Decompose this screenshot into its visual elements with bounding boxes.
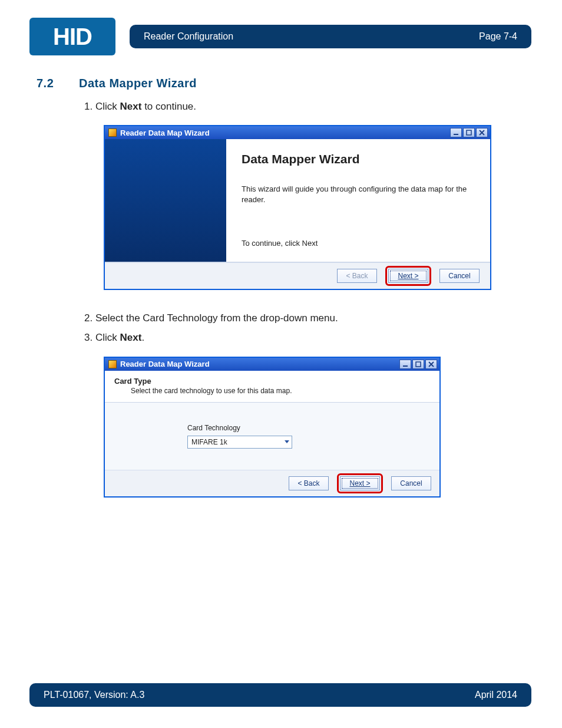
card-technology-label: Card Technology xyxy=(187,424,428,432)
step-1-text-bold: Next xyxy=(120,101,142,112)
wizard1-titlebar: Reader Data Map Wizard xyxy=(105,126,490,139)
maximize-icon[interactable] xyxy=(463,128,475,137)
svg-rect-2 xyxy=(403,365,408,367)
svg-rect-0 xyxy=(454,134,458,135)
wizard1-button-row: < Back Next > Cancel xyxy=(105,262,490,289)
card-technology-dropdown[interactable]: MIFARE 1k xyxy=(187,436,292,449)
page-content: 7.2 Data Mapper Wizard Click Next to con… xyxy=(37,77,525,518)
wizard1-continue-hint: To continue, click Next xyxy=(242,239,477,248)
step-3-text-post: . xyxy=(141,332,144,343)
chevron-down-icon xyxy=(285,440,289,443)
step-1-text-post: to continue. xyxy=(141,101,196,112)
wizard2-next-highlight: Next > xyxy=(337,473,383,493)
minimize-icon[interactable] xyxy=(450,128,462,137)
screenshot-wizard-cardtype: Reader Data Map Wizard Card Type Select … xyxy=(104,357,525,498)
wizard1-back-button: < Back xyxy=(337,269,377,283)
footer-doc-version: PLT-01067, Version: A.3 xyxy=(44,690,144,700)
wizard1-next-highlight: Next > xyxy=(385,266,431,286)
header-title: Reader Configuration xyxy=(144,31,233,42)
minimize-icon[interactable] xyxy=(399,360,411,369)
footer-date: April 2014 xyxy=(475,690,517,700)
wizard1-next-button[interactable]: Next > xyxy=(388,269,428,283)
wizard2-cancel-button[interactable]: Cancel xyxy=(391,476,431,490)
section-title: Data Mapper Wizard xyxy=(79,77,197,90)
page-header: HID Reader Configuration Page 7-4 xyxy=(29,18,531,55)
step-2: Select the Card Technology from the drop… xyxy=(95,310,525,326)
wizard2-window-controls xyxy=(399,360,437,369)
wizard1-side-graphic xyxy=(105,139,226,262)
wizard-window-2: Reader Data Map Wizard Card Type Select … xyxy=(104,357,441,498)
wizard1-window-title: Reader Data Map Wizard xyxy=(120,129,210,137)
wizard-window-1: Reader Data Map Wizard Data Mapper Wizar… xyxy=(104,125,491,290)
wizard2-app-icon xyxy=(108,360,117,368)
step-3-text-pre: Click xyxy=(95,332,120,343)
maximize-icon[interactable] xyxy=(412,360,424,369)
close-icon[interactable] xyxy=(476,128,488,137)
header-page-label: Page 7-4 xyxy=(479,31,517,42)
section-number: 7.2 xyxy=(37,77,65,90)
header-bar: Reader Configuration Page 7-4 xyxy=(130,25,531,48)
wizard2-header-panel: Card Type Select the card technology to … xyxy=(105,371,439,403)
wizard2-window-title: Reader Data Map Wizard xyxy=(120,360,210,368)
card-technology-value: MIFARE 1k xyxy=(191,438,227,446)
wizard1-next-button-label: Next > xyxy=(398,272,418,280)
wizard1-cancel-button[interactable]: Cancel xyxy=(439,269,480,283)
wizard1-main: Data Mapper Wizard This wizard will guid… xyxy=(226,139,490,262)
wizard1-window-controls xyxy=(450,128,488,137)
step-3: Click Next. xyxy=(95,330,525,345)
wizard1-app-icon xyxy=(108,129,117,137)
step-3-text-bold: Next xyxy=(120,332,142,343)
close-icon[interactable] xyxy=(425,360,437,369)
wizard1-back-button-label: < Back xyxy=(346,272,368,280)
wizard2-next-button[interactable]: Next > xyxy=(340,476,380,490)
wizard1-heading: Data Mapper Wizard xyxy=(242,152,477,166)
page-footer: PLT-01067, Version: A.3 April 2014 xyxy=(29,683,531,707)
svg-rect-1 xyxy=(467,130,471,135)
wizard2-back-button-label: < Back xyxy=(297,479,319,487)
wizard2-next-button-label: Next > xyxy=(349,479,370,487)
wizard2-titlebar: Reader Data Map Wizard xyxy=(105,358,439,371)
wizard1-intro-text: This wizard will guide you through confi… xyxy=(242,184,477,205)
hid-logo: HID xyxy=(29,18,115,55)
step-1: Click Next to continue. xyxy=(95,98,525,114)
wizard2-button-row: < Back Next > Cancel xyxy=(105,470,439,496)
wizard2-cancel-button-label: Cancel xyxy=(400,479,422,487)
step-1-text-pre: Click xyxy=(95,101,120,112)
steps-list-2: Select the Card Technology from the drop… xyxy=(81,310,525,345)
wizard2-body: Card Technology MIFARE 1k xyxy=(105,403,439,470)
steps-list: Click Next to continue. xyxy=(81,98,525,114)
wizard1-cancel-button-label: Cancel xyxy=(448,272,470,280)
wizard2-back-button[interactable]: < Back xyxy=(289,476,329,490)
hid-logo-text: HID xyxy=(53,24,92,50)
wizard1-body: Data Mapper Wizard This wizard will guid… xyxy=(105,139,490,262)
wizard2-header-subtitle: Select the card technology to use for th… xyxy=(131,387,430,395)
svg-rect-3 xyxy=(416,362,421,367)
section-heading: 7.2 Data Mapper Wizard xyxy=(37,77,525,90)
screenshot-wizard-intro: Reader Data Map Wizard Data Mapper Wizar… xyxy=(104,125,525,290)
wizard2-header-title: Card Type xyxy=(114,377,430,386)
step-2-text: Select the Card Technology from the drop… xyxy=(95,312,338,324)
